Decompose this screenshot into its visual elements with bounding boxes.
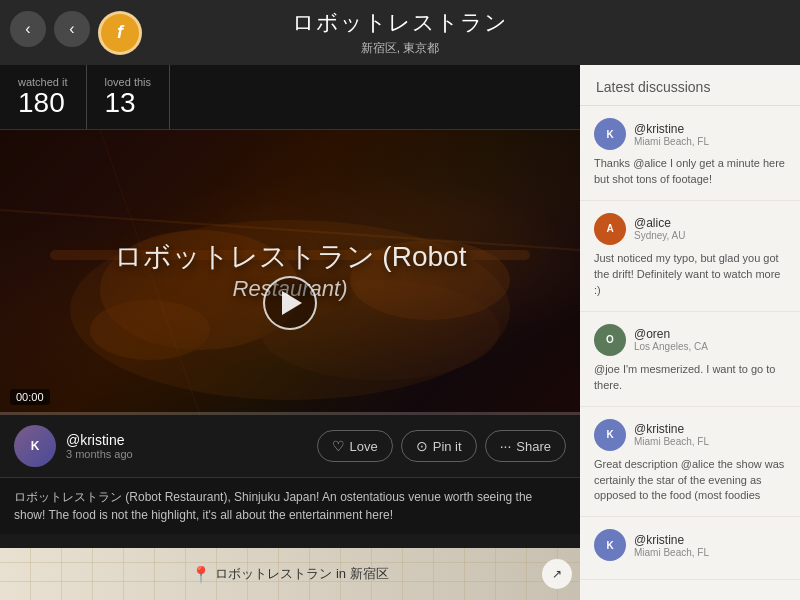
disc-text: @joe I'm mesmerized. I want to go to the… [594,362,786,394]
watched-value: 180 [18,88,68,119]
pin-button[interactable]: ⊙ Pin it [401,430,477,462]
disc-location: Miami Beach, FL [634,547,709,558]
discussion-item: K @kristine Miami Beach, FL Great descri… [580,407,800,518]
header: ‹ ‹ f ロボットレストラン 新宿区, 東京都 [0,0,800,65]
page-title: ロボットレストラン [292,8,508,38]
post-time: 3 months ago [66,448,307,460]
map-label: ロボットレストラン in 新宿区 [215,565,388,583]
discussion-user: K @kristine Miami Beach, FL [594,419,786,451]
share-icon: ··· [500,438,512,454]
disc-username: @alice [634,216,686,230]
disc-location: Miami Beach, FL [634,436,709,447]
action-buttons: ♡ Love ⊙ Pin it ··· Share [317,430,566,462]
watched-stat: watched it 180 [0,65,87,129]
nav-buttons: ‹ ‹ f [10,11,142,55]
discussion-item: O @oren Los Angeles, CA @joe I'm mesmeri… [580,312,800,407]
loved-label: loved this [105,76,151,88]
disc-user-info: @oren Los Angeles, CA [634,327,708,352]
forward-button[interactable]: ‹ [54,11,90,47]
play-icon [282,291,302,315]
disc-text: Just noticed my typo, but glad you got t… [594,251,786,299]
discussion-user: K @kristine Miami Beach, FL [594,529,786,561]
watched-label: watched it [18,76,68,88]
disc-username: @kristine [634,122,709,136]
post-description: ロボットレストラン (Robot Restaurant), Shinjuku J… [0,478,580,534]
disc-avatar: K [594,419,626,451]
disc-username: @kristine [634,422,709,436]
share-button[interactable]: ··· Share [485,430,566,462]
love-button[interactable]: ♡ Love [317,430,393,462]
disc-user-info: @alice Sydney, AU [634,216,686,241]
heart-icon: ♡ [332,438,345,454]
post-info: K @kristine 3 months ago ♡ Love ⊙ Pin it… [0,415,580,478]
loved-stat: loved this 13 [87,65,170,129]
main-content: watched it 180 loved this 13 ロボットレストラン (… [0,65,580,600]
disc-avatar: O [594,324,626,356]
post-username: @kristine [66,432,307,448]
header-title-block: ロボットレストラン 新宿区, 東京都 [292,8,508,57]
back-button[interactable]: ‹ [10,11,46,47]
video-title-japanese: ロボットレストラン (Robot [114,237,467,275]
discussion-item: A @alice Sydney, AU Just noticed my typo… [580,201,800,312]
disc-text: Thanks @alice I only get a minute here b… [594,156,786,188]
stats-bar: watched it 180 loved this 13 [0,65,580,130]
disc-location: Sydney, AU [634,230,686,241]
map-pin-icon: 📍 [191,565,211,584]
disc-user-info: @kristine Miami Beach, FL [634,533,709,558]
map-strip[interactable]: 📍 ロボットレストラン in 新宿区 ↗ [0,548,580,600]
disc-text: Great description @alice the show was ce… [594,457,786,505]
disc-user-info: @kristine Miami Beach, FL [634,422,709,447]
play-button[interactable] [263,276,317,330]
map-nav-button[interactable]: ↗ [542,559,572,589]
disc-username: @kristine [634,533,709,547]
page-subtitle: 新宿区, 東京都 [292,40,508,57]
time-badge: 00:00 [10,389,50,405]
post-description-text: ロボットレストラン (Robot Restaurant), Shinjuku J… [14,490,532,522]
disc-avatar: K [594,529,626,561]
discussion-item: K @kristine Miami Beach, FL [580,517,800,580]
pin-icon: ⊙ [416,438,428,454]
discussion-user: O @oren Los Angeles, CA [594,324,786,356]
logo-text: f [117,22,123,43]
discussion-user: K @kristine Miami Beach, FL [594,118,786,150]
post-meta: @kristine 3 months ago [66,432,307,460]
svg-point-5 [90,300,210,360]
disc-username: @oren [634,327,708,341]
discussion-item: K @kristine Miami Beach, FL Thanks @alic… [580,106,800,201]
progress-bar[interactable] [0,412,580,415]
disc-user-info: @kristine Miami Beach, FL [634,122,709,147]
loved-value: 13 [105,88,151,119]
logo-button[interactable]: f [98,11,142,55]
disc-location: Miami Beach, FL [634,136,709,147]
discussion-user: A @alice Sydney, AU [594,213,786,245]
discussions-header: Latest discussions [580,65,800,106]
post-author-avatar: K [14,425,56,467]
discussions-panel: Latest discussions K @kristine Miami Bea… [580,65,800,600]
video-container[interactable]: ロボットレストラン (Robot Restaurant) 00:00 [0,130,580,415]
discussions-list: K @kristine Miami Beach, FL Thanks @alic… [580,106,800,580]
disc-avatar: A [594,213,626,245]
disc-location: Los Angeles, CA [634,341,708,352]
disc-avatar: K [594,118,626,150]
